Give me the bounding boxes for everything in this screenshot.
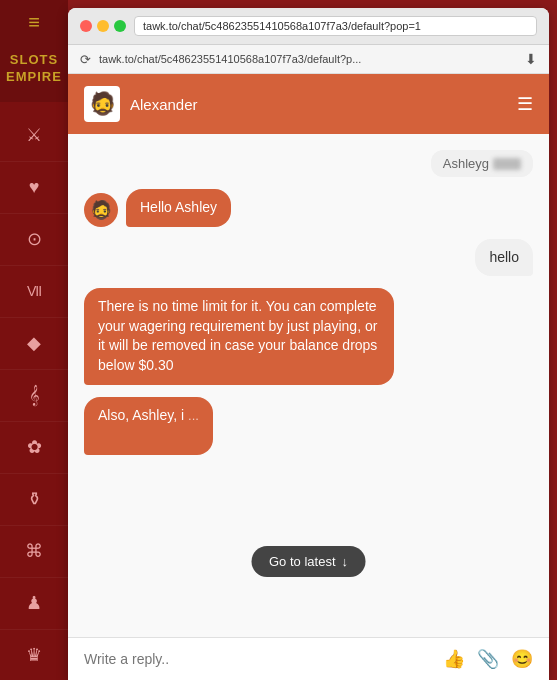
user-name-badge: Ashleyg <box>431 150 533 177</box>
nav-item-roman[interactable]: VII <box>0 266 68 318</box>
user-name-text: Ashleyg <box>443 156 489 171</box>
chat-header: 🧔 Alexander ☰ <box>68 74 549 134</box>
nav-item-crown[interactable]: ♛ <box>0 630 68 680</box>
browser-titlebar: tawk.to/chat/5c48623551410568a107f7a3/de… <box>68 8 549 45</box>
agent-message-row-2: There is no time limit for it. You can c… <box>84 288 533 384</box>
chat-menu-icon[interactable]: ☰ <box>517 93 533 115</box>
agent-message-row-1: 🧔 Hello Ashley <box>84 189 533 227</box>
sidebar-logo: SLOTS EMPIRE <box>0 44 68 102</box>
input-actions: 👍 📎 😊 <box>443 648 533 670</box>
browser-url-bar[interactable]: tawk.to/chat/5c48623551410568a107f7a3/de… <box>134 16 537 36</box>
nav-item-heart[interactable]: ♥ <box>0 162 68 214</box>
chat-messages-wrapper: Ashleyg 🧔 Hello Ashley <box>68 134 549 637</box>
sidebar-header: ≡ <box>0 0 68 44</box>
emoji-icon[interactable]: 😊 <box>511 648 533 670</box>
traffic-lights <box>80 20 126 32</box>
nav-item-lyre[interactable]: 𝄞 <box>0 370 68 422</box>
chat-input[interactable] <box>84 651 433 667</box>
agent-bubble-2-text: There is no time limit for it. You can c… <box>98 298 377 373</box>
agent-bubble-3-text: Also, Ashley, i <box>98 407 184 423</box>
browser-window: tawk.to/chat/5c48623551410568a107f7a3/de… <box>68 8 549 680</box>
user-name-row: Ashleyg <box>84 150 533 177</box>
nav-item-figure[interactable]: ♟ <box>0 578 68 630</box>
agent-message-avatar-1: 🧔 <box>84 193 118 227</box>
user-message-row-1: hello <box>84 239 533 277</box>
browser-toolbar: ⟳ tawk.to/chat/5c48623551410568a107f7a3/… <box>68 45 549 74</box>
go-to-latest-text: Go to latest <box>269 554 335 569</box>
sidebar: ≡ SLOTS EMPIRE ⚔ ♥ ⊙ VII ◆ 𝄞 ✿ ⚱ ⌘ ♟ ♛ <box>0 0 68 680</box>
chat-container: 🧔 Alexander ☰ Ashleyg <box>68 74 549 680</box>
refresh-icon[interactable]: ⟳ <box>80 52 91 67</box>
name-blur <box>493 158 521 170</box>
chat-input-area: 👍 📎 😊 <box>68 637 549 680</box>
attachment-icon[interactable]: 📎 <box>477 648 499 670</box>
thumbs-up-icon[interactable]: 👍 <box>443 648 465 670</box>
agent-avatar: 🧔 <box>84 86 120 122</box>
main-content: tawk.to/chat/5c48623551410568a107f7a3/de… <box>68 0 557 680</box>
agent-bubble-1-text: Hello Ashley <box>140 199 217 215</box>
nav-item-wreath[interactable]: ⊙ <box>0 214 68 266</box>
traffic-light-maximize[interactable] <box>114 20 126 32</box>
hamburger-icon[interactable]: ≡ <box>28 12 40 32</box>
agent-message-row-3: Also, Ashley, i ... <box>84 397 533 456</box>
user-bubble-1-text: hello <box>489 249 519 265</box>
chat-header-left: 🧔 Alexander <box>84 86 198 122</box>
sidebar-nav: ⚔ ♥ ⊙ VII ◆ 𝄞 ✿ ⚱ ⌘ ♟ ♛ <box>0 102 68 680</box>
nav-item-columns[interactable]: ⌘ <box>0 526 68 578</box>
go-to-latest-button[interactable]: Go to latest ↓ <box>251 546 366 577</box>
logo-text: SLOTS EMPIRE <box>6 52 62 86</box>
down-arrow-icon: ↓ <box>341 554 348 569</box>
nav-item-wheel[interactable]: ✿ <box>0 422 68 474</box>
nav-item-swords[interactable]: ⚔ <box>0 110 68 162</box>
agent-bubble-1: Hello Ashley <box>126 189 231 227</box>
traffic-light-close[interactable] <box>80 20 92 32</box>
nav-item-cards[interactable]: ◆ <box>0 318 68 370</box>
user-bubble-1: hello <box>475 239 533 277</box>
traffic-light-minimize[interactable] <box>97 20 109 32</box>
agent-name: Alexander <box>130 96 198 113</box>
agent-bubble-2: There is no time limit for it. You can c… <box>84 288 394 384</box>
download-icon[interactable]: ⬇ <box>525 51 537 67</box>
toolbar-url-text: tawk.to/chat/5c48623551410568a107f7a3/de… <box>99 53 517 65</box>
nav-item-chalice[interactable]: ⚱ <box>0 474 68 526</box>
agent-bubble-3: Also, Ashley, i ... <box>84 397 213 456</box>
